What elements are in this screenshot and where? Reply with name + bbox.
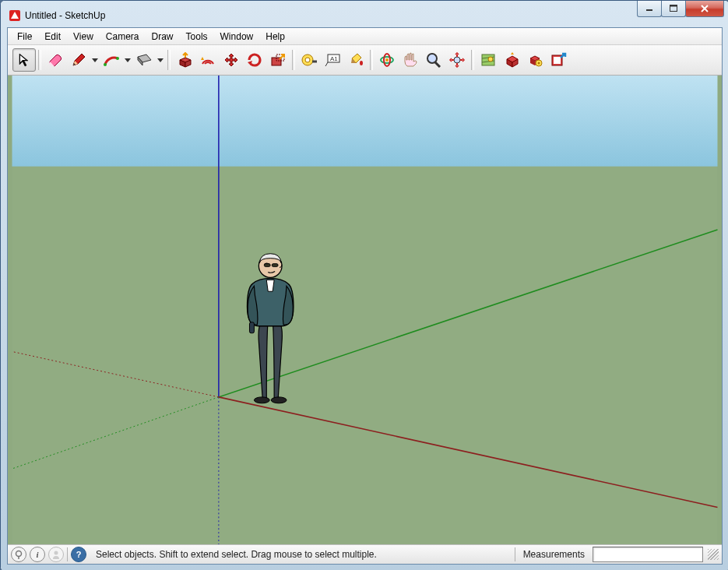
credits-icon[interactable]: i bbox=[30, 547, 45, 562]
ground bbox=[12, 167, 718, 544]
warehouse-icon bbox=[503, 52, 520, 68]
help-icon[interactable]: ? bbox=[71, 547, 86, 562]
arc-tool-dropdown[interactable] bbox=[123, 49, 132, 71]
window-controls bbox=[638, 1, 724, 17]
statusbar: i ? Select objects. Shift to extend sele… bbox=[8, 544, 722, 564]
svg-point-30 bbox=[16, 551, 22, 557]
minimize-button[interactable] bbox=[637, 1, 662, 17]
zoom-icon bbox=[425, 52, 442, 68]
svg-point-5 bbox=[116, 57, 119, 60]
svg-point-31 bbox=[55, 551, 58, 555]
svg-point-25 bbox=[271, 397, 287, 403]
arc-icon bbox=[103, 52, 120, 68]
zoom-extents-tool[interactable] bbox=[445, 48, 469, 72]
push-pull-tool[interactable] bbox=[173, 48, 196, 72]
orbit-icon bbox=[378, 52, 396, 68]
text-icon: A1 bbox=[324, 52, 341, 68]
svg-point-24 bbox=[254, 397, 269, 403]
app-icon bbox=[9, 9, 21, 22]
rectangle-tool[interactable] bbox=[132, 48, 156, 72]
export-icon bbox=[550, 52, 567, 68]
eraser-tool[interactable] bbox=[44, 48, 67, 72]
gear-box-icon bbox=[526, 52, 543, 68]
menu-file[interactable]: File bbox=[11, 30, 38, 44]
user-icon[interactable] bbox=[48, 547, 64, 562]
rotate-tool[interactable] bbox=[243, 48, 266, 72]
previous-view-tool[interactable] bbox=[477, 48, 500, 72]
separator bbox=[471, 50, 474, 70]
menu-help[interactable]: Help bbox=[259, 30, 291, 44]
rotate-icon bbox=[246, 52, 263, 68]
client-area: File Edit View Camera Draw Tools Window … bbox=[7, 27, 723, 565]
menu-window[interactable]: Window bbox=[214, 30, 260, 44]
svg-rect-23 bbox=[554, 57, 561, 64]
map-icon bbox=[480, 52, 497, 68]
menu-view[interactable]: View bbox=[67, 30, 100, 44]
component-options-tool[interactable] bbox=[523, 48, 547, 72]
cursor-icon bbox=[16, 52, 32, 68]
offset-tool[interactable] bbox=[196, 48, 220, 72]
sky bbox=[12, 76, 718, 167]
push-pull-icon bbox=[176, 52, 193, 68]
window-frame: Untitled - SketchUp File Edit View Camer… bbox=[1, 1, 728, 570]
paint-icon bbox=[347, 52, 364, 68]
menu-tools[interactable]: Tools bbox=[180, 30, 214, 44]
app-window: Untitled - SketchUp File Edit View Camer… bbox=[0, 0, 728, 570]
select-tool[interactable] bbox=[12, 48, 36, 72]
svg-rect-28 bbox=[272, 264, 278, 267]
titlebar[interactable]: Untitled - SketchUp bbox=[7, 7, 723, 24]
separator bbox=[38, 50, 41, 70]
separator bbox=[167, 50, 171, 70]
svg-point-4 bbox=[104, 63, 107, 66]
rectangle-icon bbox=[135, 52, 153, 68]
maximize-button[interactable] bbox=[661, 1, 686, 17]
scene-canvas bbox=[8, 76, 722, 544]
measurements-input[interactable] bbox=[593, 547, 703, 562]
svg-point-15 bbox=[385, 58, 389, 62]
tape-measure-tool[interactable] bbox=[297, 48, 321, 72]
menu-draw[interactable]: Draw bbox=[146, 30, 180, 44]
svg-text:A1: A1 bbox=[330, 55, 338, 62]
tape-icon bbox=[301, 52, 318, 68]
eraser-icon bbox=[47, 52, 64, 68]
text-tool[interactable]: A1 bbox=[321, 48, 344, 72]
status-hint: Select objects. Shift to extend select. … bbox=[90, 549, 512, 560]
menu-camera[interactable]: Camera bbox=[100, 30, 146, 44]
pan-tool[interactable] bbox=[399, 48, 422, 72]
rectangle-tool-dropdown[interactable] bbox=[156, 49, 165, 71]
svg-rect-27 bbox=[264, 264, 270, 267]
resize-grip[interactable] bbox=[708, 549, 719, 560]
separator bbox=[67, 547, 68, 561]
hand-icon bbox=[402, 52, 419, 68]
paint-bucket-tool[interactable] bbox=[344, 48, 368, 72]
svg-point-19 bbox=[488, 57, 493, 62]
window-title: Untitled - SketchUp bbox=[25, 10, 721, 21]
separator bbox=[515, 547, 515, 561]
zoom-tool[interactable] bbox=[422, 48, 445, 72]
svg-point-17 bbox=[454, 57, 460, 63]
close-button[interactable] bbox=[685, 1, 724, 17]
move-icon bbox=[223, 52, 240, 68]
viewport[interactable] bbox=[8, 76, 722, 544]
menu-edit[interactable]: Edit bbox=[38, 30, 67, 44]
svg-point-9 bbox=[305, 58, 310, 62]
separator bbox=[370, 50, 373, 70]
svg-point-12 bbox=[360, 61, 363, 65]
move-tool[interactable] bbox=[220, 48, 243, 72]
get-models-tool[interactable] bbox=[500, 48, 523, 72]
arc-tool[interactable] bbox=[100, 48, 123, 72]
separator bbox=[292, 50, 295, 70]
toolbar: A1 bbox=[8, 45, 722, 76]
scale-tool[interactable] bbox=[266, 48, 290, 72]
orbit-tool[interactable] bbox=[375, 48, 399, 72]
geolocation-icon[interactable] bbox=[11, 547, 26, 562]
svg-rect-3 bbox=[670, 5, 677, 7]
pencil-icon bbox=[71, 52, 86, 68]
share-model-tool[interactable] bbox=[547, 48, 570, 72]
measurements-label: Measurements bbox=[519, 549, 589, 560]
svg-rect-29 bbox=[249, 322, 254, 333]
line-tool[interactable] bbox=[67, 48, 90, 72]
zoom-extents-icon bbox=[448, 52, 466, 68]
svg-rect-1 bbox=[646, 9, 652, 11]
line-tool-dropdown[interactable] bbox=[90, 49, 100, 71]
